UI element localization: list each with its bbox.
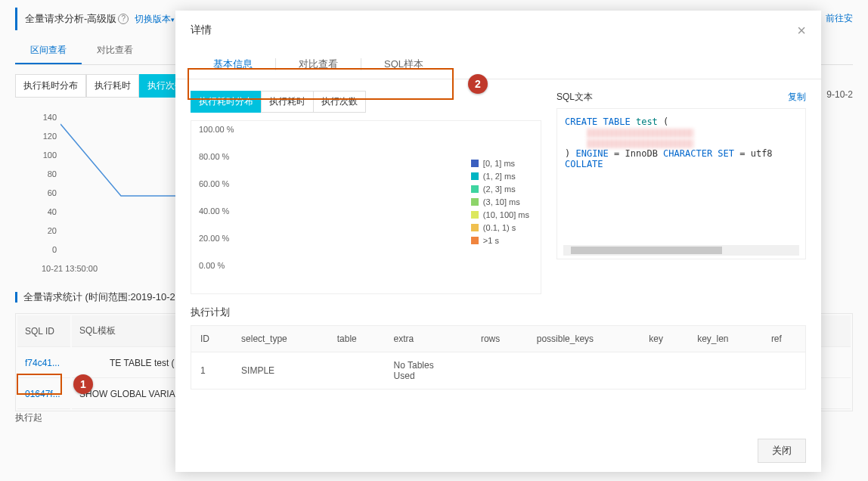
chart-legend: [0, 1] ms(1, 2] ms(2, 3] ms(3, 10] ms(10… bbox=[471, 159, 529, 249]
plan-col: select_type bbox=[232, 326, 328, 352]
page-title: 全量请求分析-高级版 bbox=[25, 12, 116, 26]
redacted-icon bbox=[587, 129, 693, 138]
tab-interval-view[interactable]: 区间查看 bbox=[15, 38, 82, 64]
switch-version-link[interactable]: 切换版本▾ bbox=[135, 13, 175, 26]
plan-col: extra bbox=[385, 326, 472, 352]
line-chart-svg bbox=[60, 116, 181, 260]
table-row: 1 SIMPLE No Tables Used bbox=[191, 352, 806, 389]
plan-col: rows bbox=[472, 326, 528, 352]
col-sql-id[interactable]: SQL ID bbox=[17, 315, 70, 347]
legend-item[interactable]: (3, 10] ms bbox=[471, 197, 529, 206]
close-button[interactable]: 关闭 bbox=[758, 439, 806, 463]
legend-item[interactable]: (0.1, 1) s bbox=[471, 223, 529, 232]
plan-col: possible_keys bbox=[528, 326, 640, 352]
exec-plan-table: IDselect_typetableextrarowspossible_keys… bbox=[191, 325, 806, 389]
annotation-box-2 bbox=[188, 68, 454, 100]
sql-id-link[interactable]: f74c41... bbox=[25, 358, 60, 368]
modal-body: 执行耗时分布 执行耗时 执行次数 100.00 % 80.00 % 60.00 … bbox=[175, 79, 821, 430]
sql-text-panel: SQL文本 复制 CREATE TABLE test ( ) ENGINE = … bbox=[556, 91, 806, 294]
horizontal-scrollbar[interactable] bbox=[563, 245, 799, 256]
legend-item[interactable]: >1 s bbox=[471, 236, 529, 245]
annotation-badge-1: 1 bbox=[73, 374, 93, 394]
sql-label: SQL文本 bbox=[556, 91, 593, 104]
help-icon[interactable]: ? bbox=[118, 14, 129, 24]
modal-footer: 关闭 bbox=[175, 430, 821, 472]
annotation-box-1 bbox=[17, 374, 62, 395]
plan-col: ref bbox=[762, 326, 806, 352]
legend-item[interactable]: (2, 3] ms bbox=[471, 185, 529, 194]
plan-col: key_len bbox=[688, 326, 762, 352]
chevron-down-icon: ▾ bbox=[171, 16, 175, 23]
chart-y-labels: 100.00 % 80.00 % 60.00 % 40.00 % 20.00 %… bbox=[199, 125, 234, 288]
plan-col: table bbox=[328, 326, 385, 352]
x-axis-label: 10-21 13:50:00 bbox=[42, 264, 98, 273]
legend-item[interactable]: (10, 100] ms bbox=[471, 210, 529, 219]
tab-latency-dist[interactable]: 执行耗时分布 bbox=[15, 74, 86, 98]
exec-plan-title: 执行计划 bbox=[191, 306, 806, 319]
plan-col: key bbox=[640, 326, 688, 352]
tab-latency[interactable]: 执行耗时 bbox=[86, 74, 139, 98]
plan-col: ID bbox=[191, 326, 233, 352]
modal-title: 详情 bbox=[191, 23, 212, 37]
legend-item[interactable]: [0, 1] ms bbox=[471, 159, 529, 168]
tab-compare-view[interactable]: 对比查看 bbox=[82, 38, 148, 64]
modal-header: 详情 × bbox=[175, 11, 821, 50]
annotation-badge-2: 2 bbox=[468, 74, 488, 94]
legend-item[interactable]: (1, 2] ms bbox=[471, 172, 529, 181]
close-icon[interactable]: × bbox=[797, 23, 806, 38]
redacted-icon bbox=[587, 139, 693, 148]
col-exec-start: 执行起 bbox=[15, 412, 42, 423]
date-range-right: 9-10-2 bbox=[826, 89, 853, 100]
sql-code[interactable]: CREATE TABLE test ( ) ENGINE = InnoDB CH… bbox=[556, 108, 806, 259]
goto-link[interactable]: 前往安 bbox=[826, 12, 853, 25]
latency-dist-chart: 100.00 % 80.00 % 60.00 % 40.00 % 20.00 %… bbox=[191, 120, 541, 294]
copy-button[interactable]: 复制 bbox=[788, 91, 806, 104]
